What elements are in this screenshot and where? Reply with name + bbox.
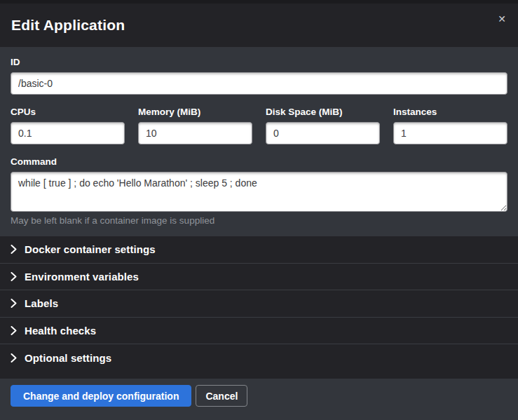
section-labels[interactable]: Labels xyxy=(0,290,518,318)
chevron-right-icon xyxy=(11,353,17,363)
command-field-group: Command while [ true ] ; do echo 'Hello … xyxy=(11,156,507,226)
command-label: Command xyxy=(11,156,507,167)
edit-application-form: ID CPUs Memory (MiB) Disk Space (MiB) In… xyxy=(0,47,518,236)
modal-header: Edit Application ✕ xyxy=(0,4,518,47)
modal-footer: Change and deploy configuration Cancel xyxy=(0,379,518,420)
cancel-button[interactable]: Cancel xyxy=(196,385,247,407)
close-icon[interactable]: ✕ xyxy=(495,11,509,27)
section-optional-settings[interactable]: Optional settings xyxy=(0,344,518,372)
sections-filler xyxy=(0,372,518,379)
chevron-right-icon xyxy=(11,299,17,308)
change-and-deploy-button[interactable]: Change and deploy configuration xyxy=(11,385,191,407)
section-label: Labels xyxy=(25,297,58,309)
instances-input[interactable] xyxy=(393,122,507,144)
section-label: Health checks xyxy=(25,325,96,337)
section-label: Environment variables xyxy=(25,271,139,283)
id-label: ID xyxy=(11,57,507,67)
command-textarea[interactable]: while [ true ] ; do echo 'Hello Marathon… xyxy=(11,172,507,212)
section-docker-container-settings[interactable]: Docker container settings xyxy=(0,236,518,264)
disk-input[interactable] xyxy=(266,122,380,144)
disk-label: Disk Space (MiB) xyxy=(266,107,380,117)
cpus-input[interactable] xyxy=(11,122,125,144)
section-health-checks[interactable]: Health checks xyxy=(0,318,518,345)
id-input[interactable] xyxy=(11,72,507,95)
chevron-right-icon xyxy=(11,326,17,335)
chevron-right-icon xyxy=(11,272,17,281)
chevron-right-icon xyxy=(11,245,17,254)
command-help-text: May be left blank if a container image i… xyxy=(11,215,507,226)
instances-field-group: Instances xyxy=(393,107,507,144)
modal-title: Edit Application xyxy=(11,17,125,34)
id-field-group: ID xyxy=(11,57,507,95)
instances-label: Instances xyxy=(393,107,507,117)
section-label: Docker container settings xyxy=(25,243,156,255)
cpus-label: CPUs xyxy=(11,107,125,117)
section-label: Optional settings xyxy=(25,352,111,364)
cpus-field-group: CPUs xyxy=(11,107,125,144)
disk-field-group: Disk Space (MiB) xyxy=(266,107,380,144)
collapsible-sections: Docker container settings Environment va… xyxy=(0,236,518,372)
memory-input[interactable] xyxy=(138,122,252,144)
memory-label: Memory (MiB) xyxy=(138,107,252,117)
edit-application-modal: Edit Application ✕ ID CPUs Memory (MiB) … xyxy=(0,0,518,420)
memory-field-group: Memory (MiB) xyxy=(138,107,252,144)
resources-row: CPUs Memory (MiB) Disk Space (MiB) Insta… xyxy=(11,107,507,144)
section-environment-variables[interactable]: Environment variables xyxy=(0,264,518,291)
